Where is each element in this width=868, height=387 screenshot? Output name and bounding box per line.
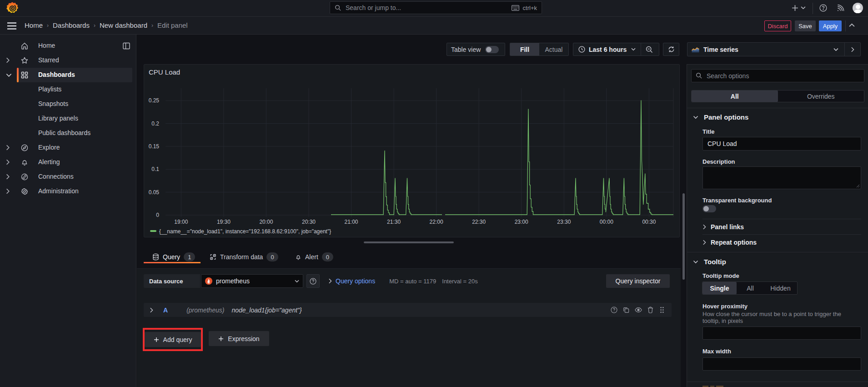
svg-text:21:30: 21:30 [387,219,401,225]
svg-text:20:00: 20:00 [259,219,273,225]
svg-text:0.1: 0.1 [151,166,159,172]
svg-text:0.2: 0.2 [151,121,159,127]
svg-text:{__name__="node_load1", instan: {__name__="node_load1", instance="192.16… [159,228,331,235]
svg-text:23:00: 23:00 [515,219,528,225]
svg-text:21:00: 21:00 [344,219,358,225]
svg-text:22:00: 22:00 [430,219,443,225]
svg-text:19:30: 19:30 [217,219,231,225]
svg-text:00:30: 00:30 [642,219,656,225]
svg-text:19:00: 19:00 [174,219,188,225]
svg-text:22:30: 22:30 [472,219,486,225]
svg-text:00:00: 00:00 [600,219,613,225]
svg-text:0.25: 0.25 [149,97,160,104]
svg-text:23:30: 23:30 [557,219,571,225]
svg-text:0.15: 0.15 [149,143,160,150]
svg-text:0: 0 [156,212,159,218]
svg-text:0.05: 0.05 [149,189,160,196]
svg-text:20:30: 20:30 [302,219,316,225]
